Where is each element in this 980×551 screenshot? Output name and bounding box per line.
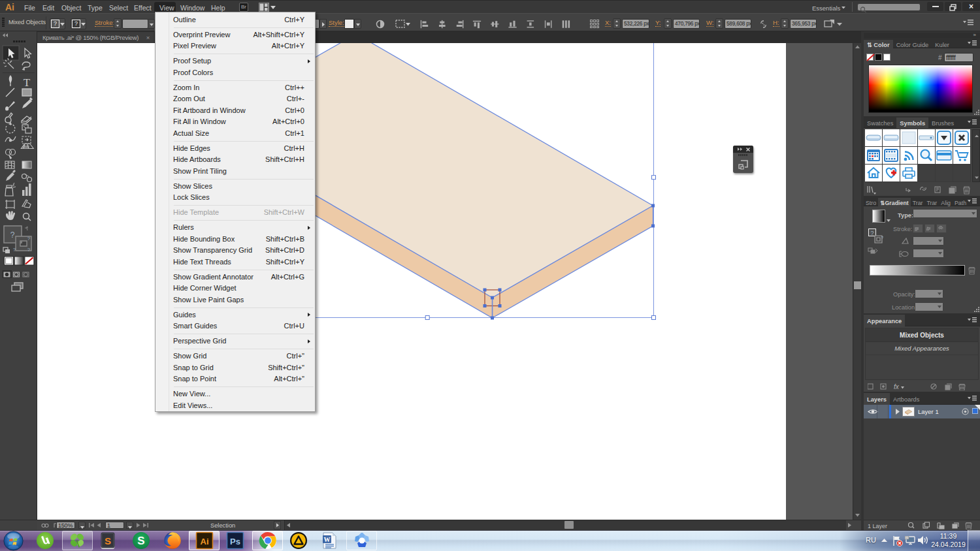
svg-text:W: W bbox=[324, 536, 331, 543]
svg-text:?: ? bbox=[13, 247, 16, 253]
svg-text:?: ? bbox=[10, 230, 15, 240]
svg-text:S: S bbox=[137, 535, 144, 547]
svg-text:S: S bbox=[105, 535, 111, 546]
svg-text:fx: fx bbox=[894, 383, 900, 390]
svg-text:T: T bbox=[24, 76, 31, 89]
svg-text:?: ? bbox=[27, 236, 31, 242]
svg-text:Ai: Ai bbox=[201, 537, 209, 546]
svg-text:?: ? bbox=[881, 236, 883, 240]
svg-text:?: ? bbox=[27, 247, 31, 253]
svg-text:Ps: Ps bbox=[230, 537, 240, 546]
